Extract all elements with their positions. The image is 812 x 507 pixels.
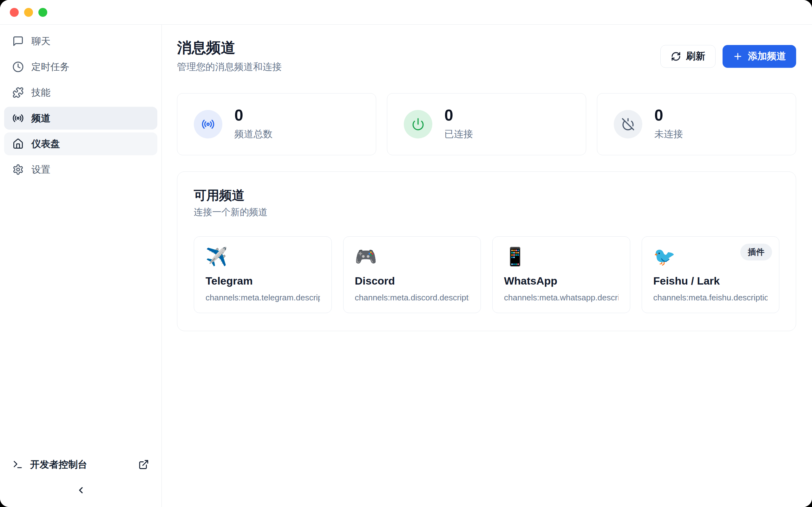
developer-console-link[interactable]: 开发者控制台 bbox=[4, 452, 157, 476]
refresh-button-label: 刷新 bbox=[686, 50, 705, 63]
stat-card-connected: 0 已连接 bbox=[387, 93, 586, 155]
gear-icon bbox=[12, 164, 24, 175]
plugin-badge: 插件 bbox=[740, 244, 772, 261]
channel-name: Telegram bbox=[206, 275, 320, 287]
radio-icon bbox=[201, 118, 215, 131]
section-title: 可用频道 bbox=[194, 187, 779, 203]
home-icon bbox=[12, 138, 24, 150]
stat-icon-wrap bbox=[404, 110, 432, 138]
stat-label: 未连接 bbox=[654, 128, 683, 141]
sidebar-item-label: 聊天 bbox=[32, 35, 50, 48]
section-subtitle: 连接一个新的频道 bbox=[194, 206, 779, 219]
header-actions: 刷新 添加频道 bbox=[660, 45, 796, 68]
stat-value: 0 bbox=[235, 107, 272, 123]
refresh-button[interactable]: 刷新 bbox=[660, 45, 716, 68]
stat-card-total-channels: 0 频道总数 bbox=[177, 93, 376, 155]
stat-text: 0 已连接 bbox=[444, 107, 473, 141]
radio-icon bbox=[12, 112, 24, 124]
sidebar-item-label: 技能 bbox=[32, 86, 50, 99]
page-header: 消息频道 管理您的消息频道和连接 刷新 添加频道 bbox=[177, 39, 796, 73]
add-channel-button-label: 添加频道 bbox=[748, 50, 786, 63]
channel-card-feishu[interactable]: 插件 🐦 Feishu / Lark channels:meta.feishu.… bbox=[642, 236, 780, 313]
titlebar bbox=[0, 0, 812, 25]
maximize-window-button[interactable] bbox=[38, 8, 47, 17]
sidebar-item-dashboard[interactable]: 仪表盘 bbox=[4, 132, 157, 155]
puzzle-icon bbox=[12, 87, 24, 98]
stat-icon-wrap bbox=[614, 110, 642, 138]
sidebar-item-label: 设置 bbox=[32, 163, 50, 176]
sidebar-item-label: 定时任务 bbox=[32, 60, 69, 73]
stat-icon-wrap bbox=[194, 110, 222, 138]
channel-name: WhatsApp bbox=[504, 275, 618, 287]
channel-grid: ✈️ Telegram channels:meta.telegram.descr… bbox=[194, 236, 779, 313]
sidebar-item-skills[interactable]: 技能 bbox=[4, 81, 157, 104]
stat-card-disconnected: 0 未连接 bbox=[597, 93, 796, 155]
sidebar-item-label: 仪表盘 bbox=[32, 137, 60, 151]
external-link-icon[interactable] bbox=[138, 459, 149, 470]
channel-card-whatsapp[interactable]: 📱 WhatsApp channels:meta.whatsapp.descri… bbox=[492, 236, 630, 313]
app-window: 聊天 定时任务 技能 频道 仪表盘 bbox=[0, 0, 812, 507]
terminal-icon bbox=[12, 459, 23, 470]
close-window-button[interactable] bbox=[10, 8, 19, 17]
page-title: 消息频道 bbox=[177, 39, 282, 56]
window-controls bbox=[10, 8, 47, 17]
plus-icon bbox=[733, 51, 743, 61]
power-icon bbox=[411, 118, 425, 131]
stats-row: 0 频道总数 0 已连接 bbox=[177, 93, 796, 155]
stat-label: 频道总数 bbox=[235, 128, 272, 141]
developer-console-label: 开发者控制台 bbox=[30, 458, 87, 471]
main-content: 消息频道 管理您的消息频道和连接 刷新 添加频道 bbox=[162, 25, 812, 507]
sidebar-item-scheduled-tasks[interactable]: 定时任务 bbox=[4, 55, 157, 78]
mobile-phone-emoji-icon: 📱 bbox=[504, 247, 618, 267]
chevron-left-icon bbox=[76, 485, 86, 495]
sidebar-item-settings[interactable]: 设置 bbox=[4, 158, 157, 181]
chat-icon bbox=[12, 36, 24, 47]
stat-text: 0 未连接 bbox=[654, 107, 683, 141]
gamepad-emoji-icon: 🎮 bbox=[355, 247, 469, 267]
channel-description: channels:meta.whatsapp.descrip bbox=[504, 293, 618, 302]
page-header-text: 消息频道 管理您的消息频道和连接 bbox=[177, 39, 282, 73]
power-off-icon bbox=[621, 118, 635, 131]
channel-card-telegram[interactable]: ✈️ Telegram channels:meta.telegram.descr… bbox=[194, 236, 332, 313]
channel-name: Feishu / Lark bbox=[653, 275, 768, 287]
sidebar-item-chat[interactable]: 聊天 bbox=[4, 30, 157, 53]
channel-card-discord[interactable]: 🎮 Discord channels:meta.discord.descript… bbox=[343, 236, 481, 313]
channel-description: channels:meta.feishu.description bbox=[653, 293, 768, 302]
stat-value: 0 bbox=[444, 107, 473, 123]
app-body: 聊天 定时任务 技能 频道 仪表盘 bbox=[0, 25, 812, 507]
sidebar: 聊天 定时任务 技能 频道 仪表盘 bbox=[0, 25, 162, 507]
channel-description: channels:meta.telegram.descript bbox=[206, 293, 320, 302]
collapse-sidebar-button[interactable] bbox=[70, 479, 92, 501]
channel-description: channels:meta.discord.descriptio bbox=[355, 293, 469, 302]
sidebar-item-channels[interactable]: 频道 bbox=[4, 107, 157, 130]
clock-icon bbox=[12, 61, 24, 72]
channel-name: Discord bbox=[355, 275, 469, 287]
stat-text: 0 频道总数 bbox=[235, 107, 272, 141]
sidebar-item-label: 频道 bbox=[32, 112, 50, 125]
stat-value: 0 bbox=[654, 107, 683, 123]
sidebar-footer: 开发者控制台 bbox=[4, 452, 157, 504]
airplane-emoji-icon: ✈️ bbox=[206, 247, 320, 267]
minimize-window-button[interactable] bbox=[24, 8, 33, 17]
page-subtitle: 管理您的消息频道和连接 bbox=[177, 60, 282, 73]
available-channels-panel: 可用频道 连接一个新的频道 ✈️ Telegram channels:meta.… bbox=[177, 171, 796, 331]
refresh-icon bbox=[671, 51, 681, 61]
sidebar-collapse-row bbox=[4, 476, 157, 504]
add-channel-button[interactable]: 添加频道 bbox=[722, 45, 796, 68]
stat-label: 已连接 bbox=[444, 128, 473, 141]
sidebar-nav: 聊天 定时任务 技能 频道 仪表盘 bbox=[4, 30, 157, 181]
